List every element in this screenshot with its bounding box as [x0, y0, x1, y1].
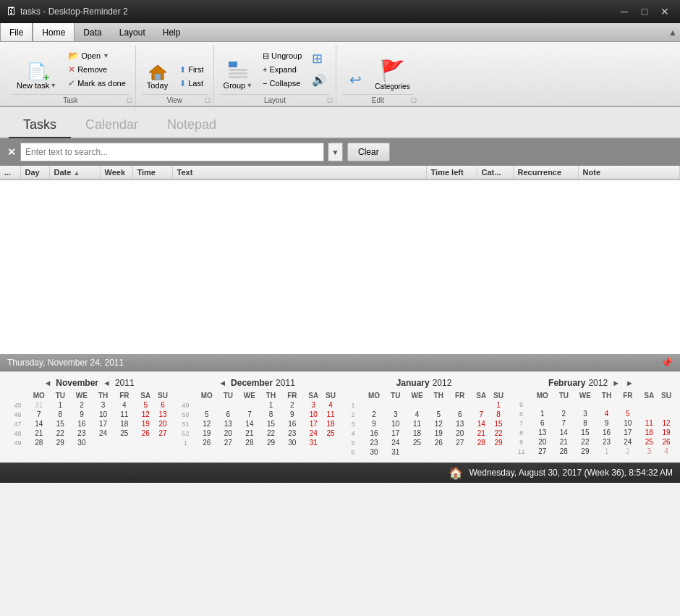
cal-day-3-2-3[interactable]: 9: [596, 418, 617, 428]
cal-day-3-4-6[interactable]: 26: [660, 437, 673, 447]
cal-day-0-3-4[interactable]: 25: [114, 429, 135, 438]
cal-day-2-1-2[interactable]: 4: [407, 410, 428, 419]
cal-day-3-3-5[interactable]: 18: [639, 428, 660, 437]
col-time-left[interactable]: Time left: [426, 166, 477, 180]
cal-day-3-1-4[interactable]: 5: [617, 409, 638, 418]
cal-day-0-2-6[interactable]: 20: [156, 419, 169, 429]
cal-day-2-1-6[interactable]: 8: [492, 410, 505, 419]
cal-day-3-2-2[interactable]: 8: [574, 418, 596, 428]
tab-tasks[interactable]: Tasks: [9, 113, 71, 138]
cal-day-3-1-0[interactable]: 1: [532, 409, 553, 418]
cal-day-0-2-3[interactable]: 17: [93, 419, 114, 429]
cal-day-3-2-6[interactable]: 12: [660, 418, 673, 428]
cal-day-1-2-3[interactable]: 15: [260, 419, 281, 429]
cal-day-0-1-5[interactable]: 12: [135, 410, 156, 419]
cal-day-3-3-3[interactable]: 16: [596, 428, 617, 437]
cal-day-3-5-1[interactable]: 28: [553, 447, 574, 456]
cal-day-1-3-6[interactable]: 25: [324, 429, 337, 438]
cal-day-1-3-5[interactable]: 24: [303, 429, 324, 438]
cal-day-0-4-0[interactable]: 28: [28, 438, 50, 447]
col-recurrence[interactable]: Recurrence: [513, 166, 578, 180]
cal-day-1-2-2[interactable]: 14: [239, 419, 260, 429]
cal-day-3-5-2[interactable]: 29: [574, 447, 596, 456]
cal-day-1-4-4[interactable]: 30: [281, 438, 302, 447]
search-clear-x[interactable]: ✕: [7, 146, 16, 158]
cal-day-3-4-1[interactable]: 21: [553, 437, 574, 447]
cal-day-0-0-3[interactable]: 3: [93, 400, 114, 410]
details-button[interactable]: 🔊: [308, 69, 330, 90]
cal-day-0-0-4[interactable]: 4: [114, 400, 135, 410]
menu-file[interactable]: File: [0, 23, 33, 41]
task-group-expand[interactable]: ☐: [127, 97, 132, 104]
cal-day-0-4-1[interactable]: 29: [50, 438, 71, 447]
col-date[interactable]: Date ▲: [49, 166, 100, 180]
cal-day-1-1-1[interactable]: 6: [218, 410, 239, 419]
cal-day-0-3-1[interactable]: 22: [50, 429, 71, 438]
cal-day-2-2-2[interactable]: 11: [407, 419, 428, 429]
col-day[interactable]: Day: [20, 166, 49, 180]
cal-day-0-2-2[interactable]: 16: [71, 419, 93, 429]
cal-day-2-0-6[interactable]: 1: [492, 400, 505, 410]
cal-day-2-4-3[interactable]: 26: [428, 438, 449, 447]
cal-day-2-3-1[interactable]: 17: [385, 429, 406, 438]
menu-home[interactable]: Home: [33, 23, 75, 41]
cal-day-0-1-1[interactable]: 8: [50, 410, 71, 419]
cal-day-1-4-3[interactable]: 29: [260, 438, 281, 447]
cal-day-2-4-0[interactable]: 23: [363, 438, 385, 447]
cal-day-3-2-5[interactable]: 11: [639, 418, 660, 428]
cal-day-3-2-4[interactable]: 10: [617, 418, 638, 428]
cal-day-3-1-1[interactable]: 2: [553, 409, 574, 418]
cal-day-2-3-2[interactable]: 18: [407, 429, 428, 438]
menu-data[interactable]: Data: [75, 23, 110, 41]
col-time[interactable]: Time: [132, 166, 172, 180]
cal-day-2-4-5[interactable]: 28: [470, 438, 492, 447]
cal-day-0-3-3[interactable]: 24: [93, 429, 114, 438]
edit-group-expand[interactable]: ☐: [411, 97, 417, 104]
cal-day-1-2-4[interactable]: 16: [281, 419, 302, 429]
cal-day-0-2-4[interactable]: 18: [114, 419, 135, 429]
cal-day-1-1-0[interactable]: 5: [196, 410, 218, 419]
cal-day-1-4-2[interactable]: 28: [239, 438, 260, 447]
expand-button[interactable]: + Expand: [259, 63, 305, 76]
cal-day-0-0-1[interactable]: 1: [50, 400, 71, 410]
cal-day-2-1-0[interactable]: 2: [363, 410, 385, 419]
cal-day-0-1-6[interactable]: 13: [156, 410, 169, 419]
cal-next-month-3[interactable]: ►: [611, 379, 621, 387]
cal-day-3-3-6[interactable]: 19: [660, 428, 673, 437]
today-button[interactable]: Today: [142, 49, 173, 93]
cal-day-1-3-4[interactable]: 23: [281, 429, 302, 438]
cal-prev-month-1[interactable]: ◄: [217, 379, 228, 387]
cal-next-year-3[interactable]: ►: [624, 379, 635, 387]
search-input[interactable]: [20, 143, 324, 161]
cal-day-2-3-3[interactable]: 19: [428, 429, 449, 438]
cal-day-0-1-3[interactable]: 10: [93, 410, 114, 419]
undo-button[interactable]: ↩: [342, 46, 368, 90]
cal-day-1-1-4[interactable]: 9: [281, 410, 302, 419]
cal-day-0-1-0[interactable]: 7: [28, 410, 50, 419]
cal-day-2-2-0[interactable]: 9: [363, 419, 385, 429]
cal-day-2-2-1[interactable]: 10: [385, 419, 406, 429]
cal-day-2-3-0[interactable]: 16: [363, 429, 385, 438]
ungroup-button[interactable]: ⊟ Ungroup: [259, 49, 305, 62]
cal-day-3-5-3[interactable]: 1: [596, 447, 617, 456]
ribbon-collapse-arrow[interactable]: ▲: [668, 28, 677, 38]
cal-day-1-1-3[interactable]: 8: [260, 410, 281, 419]
remove-button[interactable]: ✕ Remove: [64, 63, 129, 76]
cal-day-0-2-1[interactable]: 15: [50, 419, 71, 429]
col-cat[interactable]: Cat...: [477, 166, 513, 180]
cal-day-2-4-6[interactable]: 29: [492, 438, 505, 447]
cal-day-1-0-5[interactable]: 3: [303, 400, 324, 410]
cal-day-2-3-4[interactable]: 20: [449, 429, 470, 438]
cal-day-3-4-4[interactable]: 24: [617, 437, 638, 447]
cal-day-3-3-4[interactable]: 17: [617, 428, 638, 437]
cal-day-2-2-5[interactable]: 14: [470, 419, 492, 429]
cal-day-1-1-5[interactable]: 10: [303, 410, 324, 419]
cal-day-3-1-2[interactable]: 3: [574, 409, 596, 418]
open-button[interactable]: 📂 Open ▼: [64, 49, 129, 62]
cal-day-0-0-5[interactable]: 5: [135, 400, 156, 410]
cal-day-1-3-0[interactable]: 19: [196, 429, 218, 438]
cal-day-0-1-2[interactable]: 9: [71, 410, 93, 419]
new-task-button[interactable]: 📄 + New task ▼: [12, 49, 61, 93]
cal-day-3-3-1[interactable]: 14: [553, 428, 574, 437]
group-button[interactable]: Group ▼: [220, 49, 257, 93]
